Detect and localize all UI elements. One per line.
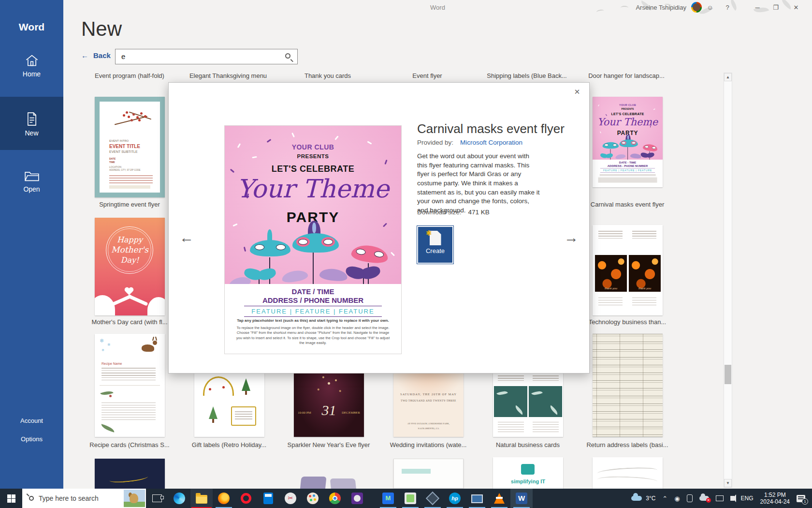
template-thumbnail-return-labels[interactable] [593, 334, 663, 437]
taskbar-hp[interactable]: hp [444, 489, 466, 508]
scroll-up-arrow[interactable]: ▲ [724, 73, 732, 81]
template-label: Return address labels (basi... [578, 441, 677, 448]
search-input[interactable] [120, 52, 282, 61]
taskbar-file-explorer[interactable] [190, 489, 213, 508]
avatar[interactable] [691, 2, 702, 13]
taskbar-remote-desktop[interactable] [466, 489, 488, 508]
taskbar-word[interactable]: W [510, 489, 533, 508]
tray-record-icon[interactable]: ◉ [671, 489, 683, 508]
flyer-info-panel: DATE / TIME ADDRESS / PHONE NUMBER FEATU… [225, 284, 401, 354]
silhouette-arm [127, 294, 148, 306]
notification-center-button[interactable]: 1 [793, 489, 812, 508]
weather-widget[interactable]: 3°C [628, 489, 659, 508]
scroll-down-arrow[interactable]: ▼ [724, 479, 732, 487]
dialog-close-button[interactable]: ✕ [572, 87, 582, 97]
template-search-box[interactable] [115, 49, 298, 64]
template-thumbnail-carnival[interactable]: YOUR CLUB PRESENTS LET'S CELEBRATE Your … [593, 97, 663, 187]
task-view-button[interactable] [146, 489, 168, 508]
mask-eye [632, 142, 636, 144]
next-template-arrow[interactable]: → [564, 230, 579, 245]
edge-icon [174, 493, 185, 504]
sidebar-item-home[interactable]: Home [0, 50, 63, 82]
placeholder-text-lines [109, 175, 153, 184]
temperature-text: 3°C [646, 495, 655, 502]
signed-in-user[interactable]: Arseine Tshipidiay [636, 4, 686, 11]
create-button[interactable]: ✱ Create [417, 226, 453, 264]
taskbar-calculator[interactable] [257, 489, 279, 508]
placeholder-text-lines [632, 231, 656, 239]
taskbar-opera[interactable] [235, 489, 257, 508]
card-accent [402, 469, 431, 474]
notepad-plus-icon [405, 493, 416, 504]
thank-you-text: thank you [595, 287, 627, 290]
sidebar: Word Home New Open Account Options [0, 0, 63, 489]
tray-onedrive-icon[interactable]: ✕ [696, 489, 712, 508]
display-icon [716, 495, 724, 501]
restore-button[interactable]: ❐ [768, 2, 783, 14]
taskbar-notepad-plus[interactable] [399, 489, 421, 508]
taskbar-movies-app[interactable] [346, 489, 368, 508]
taskbar-chrome[interactable] [324, 489, 346, 508]
sidebar-item-label: Home [23, 70, 41, 78]
taskbar-edge[interactable] [168, 489, 190, 508]
search-highlight-dog-image[interactable] [124, 490, 145, 507]
template-thumbnail-partial[interactable] [393, 459, 464, 489]
sidebar-item-open[interactable]: Open [0, 165, 63, 197]
help-icon[interactable]: ? [720, 2, 735, 14]
taskbar-mobaxterm[interactable]: M [377, 489, 399, 508]
template-label: Gift labels (Retro Holiday... [179, 441, 279, 448]
windows-logo-icon [7, 494, 15, 503]
template-thumbnail-partial[interactable] [593, 457, 663, 489]
template-thumbnail-springtime[interactable]: EVENT INTRO EVENT TITLE EVENT SUBTITLE D… [95, 97, 165, 197]
tray-network-icon[interactable] [712, 489, 727, 508]
clock[interactable]: 1:52 PM 2024-04-24 [757, 489, 793, 508]
template-thumbnail-recipe-cards[interactable]: ❄ ❄ ❄ Recipe Name [95, 334, 165, 437]
time-text: 1:52 PM [760, 492, 790, 498]
sidebar-item-options[interactable]: Options [0, 435, 63, 443]
template-thumbnail-partial[interactable] [95, 459, 165, 489]
tray-phone-link-icon[interactable] [683, 489, 696, 508]
search-icon[interactable] [285, 53, 290, 59]
template-thumbnail-mothers-day[interactable]: Happy Mother's Day! [95, 218, 165, 315]
start-button[interactable] [0, 489, 22, 508]
silhouette [147, 297, 165, 315]
taskbar-search-box[interactable]: Type here to search [22, 489, 146, 508]
taskbar-snipping-tool[interactable]: ✂ [279, 489, 302, 508]
flyer-tip-text: To replace the background image on the f… [235, 326, 391, 345]
vertical-scrollbar[interactable]: ▲ ▼ [724, 73, 732, 488]
deer-head [153, 341, 157, 345]
sidebar-item-new[interactable]: New [0, 97, 63, 150]
back-button[interactable]: ←Back [81, 51, 111, 60]
mustache-prop [244, 269, 276, 280]
thank-you-card: thank you [629, 255, 661, 292]
taskbar-vlc[interactable] [488, 489, 510, 508]
opera-icon [241, 493, 251, 504]
taskbar-firefox[interactable] [213, 489, 235, 508]
placeholder-text-lines [102, 403, 156, 422]
template-thumbnail-partial[interactable] [294, 457, 364, 489]
previous-template-arrow[interactable]: ← [179, 230, 194, 245]
tray-volume-icon[interactable] [727, 489, 738, 508]
business-card [494, 386, 527, 417]
tree-trunk [212, 419, 214, 423]
minimize-button[interactable]: ─ [750, 2, 765, 14]
system-tray: 3°C ⌃ ◉ ✕ ENG 1:52 PM 2024-04-24 1 [628, 489, 812, 508]
template-label: Event program (half-fold) [80, 72, 179, 79]
close-window-button[interactable]: ✕ [789, 2, 803, 14]
onedrive-cloud-icon: ✕ [699, 496, 709, 501]
taskbar: Type here to search ✂ M hp W 3°C [0, 489, 812, 508]
sidebar-item-account[interactable]: Account [0, 417, 63, 424]
file-explorer-icon [196, 495, 207, 504]
template-thumbnail-partial[interactable]: simplifying IT [493, 457, 563, 489]
template-thumbnail-technology[interactable]: thank you thank you [593, 225, 663, 315]
language-indicator[interactable]: ENG [738, 489, 757, 508]
phone-icon [687, 494, 693, 502]
taskbar-3d-viewer[interactable] [421, 489, 444, 508]
feedback-smiley-icon[interactable]: ☺ [703, 2, 717, 14]
scrollbar-thumb[interactable] [725, 365, 731, 384]
flyer-preview: YOUR CLUB PRESENTS LET'S CELEBRATE Your … [224, 125, 402, 354]
provider-link[interactable]: Microsoft Corporation [460, 139, 522, 146]
taskbar-paint[interactable] [302, 489, 324, 508]
show-hidden-icons-button[interactable]: ⌃ [659, 489, 671, 508]
flyer-features-text: FEATURE | FEATURE | FEATURE [225, 308, 401, 315]
